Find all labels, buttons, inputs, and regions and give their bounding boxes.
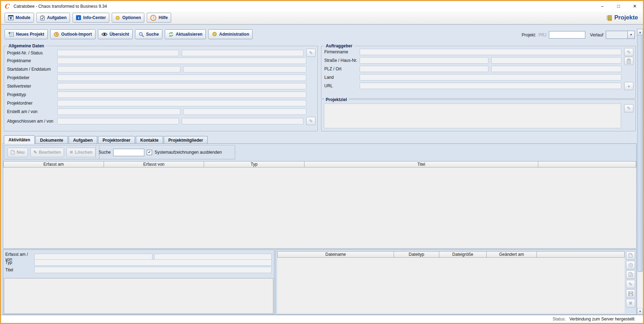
check-icon: ✔ [148,151,151,154]
tab-projektmitglieder[interactable]: Projektmitglieder [164,136,208,144]
copy-address-button[interactable] [624,57,633,65]
edit-projekt-nr-button[interactable]: ✎ [306,49,315,57]
aktualisieren-label: Aktualisieren [176,32,202,37]
minimize-button[interactable]: – [594,1,610,11]
vertical-scrollbar[interactable]: ▲ ▼ [637,29,643,315]
edit-file-button[interactable]: ✎ [626,280,635,288]
menu-infocenter-button[interactable]: i Info-Center [72,13,109,23]
aktualisieren-button[interactable]: Aktualisieren [165,29,206,39]
column-header-erfasst-am[interactable]: Erfasst am [3,161,104,167]
edit-projektziel-button[interactable]: ✎ [624,104,633,112]
projektname-field [57,58,306,64]
projekte-tree-icon [606,15,612,21]
scroll-up-icon[interactable]: ▲ [637,29,643,35]
detail-typ-field [34,259,272,266]
pencil-icon: ✎ [627,50,631,54]
menu-module-label: Module [16,15,30,20]
column-header-dateien-empty[interactable] [537,251,625,258]
column-header-dateiname[interactable]: Dateiname [277,251,394,258]
new-file-button[interactable] [626,251,635,260]
startdatum-enddatum-label: Startdatum / Enddatum [7,67,57,72]
tasks-clipboard-icon [40,15,45,20]
open-url-button[interactable]: ● [624,82,633,90]
menu-hilfe-button[interactable]: ? Hilfe [147,13,171,23]
column-header-empty[interactable] [538,161,636,167]
window-title: Catratobee - Chaos transformed to Busine… [13,4,107,9]
column-header-dateityp[interactable]: Dateityp [394,251,439,258]
abgeschlossen-von-field [182,118,303,124]
column-header-dateigroesse[interactable]: Dateigröße [439,251,487,258]
toolbar: Neues Projekt Outlook-Import Übersicht S… [5,29,253,39]
maximize-button[interactable]: □ [610,1,627,11]
close-button[interactable]: ✕ [627,1,643,11]
column-header-typ[interactable]: Typ [204,161,304,167]
tab-aufgaben[interactable]: Aufgaben [69,136,97,144]
aktivitaet-detail-panel: Erfasst am / von Typ Titel [3,249,274,315]
projekt-nr-input[interactable] [549,31,585,39]
verlauf-combobox[interactable]: ▼ [606,31,635,39]
import-file-button[interactable] [626,270,635,279]
new-project-icon [8,32,14,37]
save-file-button[interactable] [626,289,635,298]
tab-bar: Aktivitäten Dokumente Aufgaben Projektor… [4,136,208,144]
filter-group: Suche ✔ Systemaufzeichnungen ausblenden [96,145,235,159]
edit-firmenname-button[interactable]: ✎ [624,48,633,56]
projektziel-title: Projektziel [324,97,349,102]
toolbar-right: Projekt: PRJ Verlauf ▼ [522,31,635,39]
menu-infocenter-label: Info-Center [83,15,106,20]
projekttyp-field [57,92,306,98]
land-field [360,74,621,81]
projekt-nr-status-label: Projekt-Nr. / Status [7,51,57,55]
dateien-table-header: Dateiname Dateityp Dateigröße Geändert a… [277,251,625,258]
column-header-geaendert-am[interactable]: Geändert am [487,251,537,258]
suche-input[interactable] [113,149,144,156]
neues-projekt-button[interactable]: Neues Projekt [5,29,48,39]
suche-field-label: Suche [99,150,111,155]
new-page-icon [11,150,15,155]
delete-file-button[interactable]: ✖ [626,299,635,307]
floppy-disk-icon [628,291,633,296]
aktivitaeten-panel: Neu ✎ Bearbeiten ✖ Löschen Suche ✔ Syste… [3,143,637,249]
uebersicht-label: Übersicht [110,32,129,37]
tab-aktivitaeten[interactable]: Aktivitäten [4,135,35,144]
firmenname-field [360,49,621,55]
refresh-icon [168,32,174,37]
aktivitaeten-table-body[interactable] [3,167,636,248]
dateien-table-body[interactable] [277,258,625,313]
administration-button[interactable]: ⚙ Administration [208,29,253,39]
chevron-down-icon[interactable]: ▼ [627,31,634,39]
menu-module-button[interactable]: Module [5,13,34,23]
tab-projektordner[interactable]: Projektordner [98,136,135,144]
menu-aufgaben-button[interactable]: Aufgaben [36,13,70,23]
help-icon: ? [150,15,156,21]
outlook-file-button[interactable] [626,261,635,269]
projektleiter-label: Projektleiter [7,75,57,80]
auftraggeber-panel: Auftraggeber Firmenname Straße / Haus-Nr… [321,46,636,99]
module-title-label: Projekte [614,14,638,21]
tab-kontakte[interactable]: Kontakte [136,136,163,144]
suche-label: Suche [146,32,159,37]
aktivitaeten-table-header: Erfasst am Erfasst von Typ Titel [3,161,636,167]
menu-optionen-button[interactable]: ⚙ Optionen [112,13,144,23]
status-label: Status: [553,317,566,322]
outlook-import-button[interactable]: Outlook-Import [50,29,95,39]
neu-label: Neu [17,150,25,155]
uebersicht-button[interactable]: Übersicht [98,29,133,39]
clipboard-icon [627,59,631,64]
module-icon [8,15,13,20]
systemaufzeichnungen-checkbox[interactable]: ✔ [147,150,152,155]
strasse-hausnr-label: Straße / Haus-Nr. [324,58,360,63]
edit-abgeschlossen-button[interactable]: ✎ [306,117,315,125]
clock-icon [628,263,633,267]
projektordner-label: Projektordner [7,101,57,106]
dateien-panel: Dateiname Dateityp Dateigröße Geändert a… [275,249,637,315]
import-page-icon [628,272,633,277]
startdatum-field [57,66,180,72]
column-header-titel[interactable]: Titel [304,161,538,167]
suche-button[interactable]: Suche [135,29,162,39]
scrollbar-thumb[interactable] [638,35,643,272]
tab-dokumente[interactable]: Dokumente [35,136,68,144]
erstellt-von-field [183,108,306,115]
scroll-down-icon[interactable]: ▼ [637,308,643,314]
column-header-erfasst-von[interactable]: Erfasst von [104,161,204,167]
